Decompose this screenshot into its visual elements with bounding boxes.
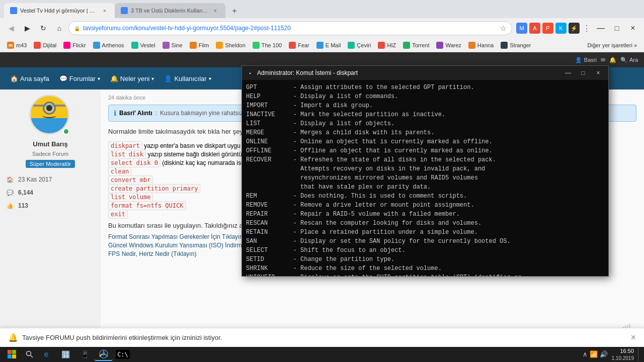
bell-icon: 🔔 [609,57,616,63]
cmd-line-4: INACTIVE - Mark the selected partition a… [246,110,604,119]
cmd-line-17: RETAIN - Place a retained partition unde… [246,228,604,237]
back-button[interactable]: ◀ [4,21,18,35]
home-button[interactable]: ⌂ [52,21,66,35]
bookmark-the100[interactable]: The 100 [250,41,285,50]
bookmark-sheldon[interactable]: Sheldon [213,41,248,50]
close-window-button[interactable]: × [626,23,640,34]
taskbar-search-button[interactable] [23,348,36,361]
calculator-icon: 🔢 [61,350,70,358]
cmd-minimize-button[interactable]: — [562,68,574,78]
pupil [46,105,52,111]
bookmark-sine[interactable]: Sine [159,41,186,50]
refresh-button[interactable]: ↻ [36,21,50,35]
tab-close-2[interactable]: × [211,7,219,15]
cmd-content-area[interactable]: GPT - Assign attributes to the selected … [242,80,608,276]
user-icon: 👤 [575,57,582,63]
bookmark-email[interactable]: E Mail [313,41,344,50]
bookmark-label-m43: m43 [16,42,27,48]
mail-icon-area[interactable]: ✉ [601,57,605,63]
author-role: Sadece Forum [32,151,68,157]
clean-code: clean [108,167,131,176]
taskbar-app-calculator[interactable]: 🔢 [56,348,74,361]
bookmark-favicon-m43: m [7,42,14,49]
tray-up-icon[interactable]: ∧ [583,350,588,358]
bookmark-hiz[interactable]: HIZ [375,41,399,50]
bell-icon-area[interactable]: 🔔 [609,57,616,63]
taskbar-app-ie[interactable]: e [37,348,55,361]
svg-rect-2 [8,354,12,358]
address-bar[interactable]: 🔒 tavsiyeforumu.com/konu/vestel-tv-hdd-y… [68,21,512,35]
svg-point-4 [27,351,31,356]
tray-network-icon[interactable]: 📶 [590,350,598,358]
bookmark-favicon-torrent [403,42,410,49]
bookmark-vestel[interactable]: Vestel [128,41,158,50]
taskbar-app-cmd[interactable]: C:\ [114,348,132,361]
nav-home[interactable]: 🏠 Ana sayfa [10,75,49,82]
bookmark-star-icon[interactable]: ☆ [500,24,507,32]
svg-rect-0 [8,350,12,354]
whats-new-chevron-icon: ▾ [151,76,154,81]
ext-icon-3[interactable]: P [542,23,553,34]
bookmark-arthenos[interactable]: Arthenos [90,41,127,50]
tray-volume-icon[interactable]: 🔊 [600,350,608,358]
tab-active[interactable]: Vestel Tv Hdd yi görmüyor | Say... × [4,3,115,18]
bookmark-diger[interactable]: Diğer yer işaretleri » [585,41,640,49]
bookmark-favicon-stranger [501,42,508,49]
convert-mbr-code: convert mbr [108,175,153,185]
cmd-close-button[interactable]: × [592,68,604,78]
quote-text: : [155,110,157,117]
overflow-menu[interactable]: ⋮ [582,23,592,33]
taskbar-app-chrome[interactable] [95,348,113,361]
bookmark-fear[interactable]: Fear [286,41,312,50]
tab-close-1[interactable]: × [101,7,109,15]
cmd-maximize-button[interactable]: □ [577,68,589,78]
svg-rect-3 [12,354,16,358]
bookmark-m43[interactable]: m m43 [4,41,30,50]
notification-close-button[interactable]: × [630,332,636,343]
exit-code: exit [108,210,128,219]
search-area[interactable]: 🔍 Ara [620,57,638,63]
ext-icon-4[interactable]: K [555,23,567,34]
bookmark-torrent[interactable]: Torrent [400,41,432,50]
minion-body [31,118,68,133]
minimize-button[interactable]: — [594,23,608,34]
show-desktop-button[interactable] [638,348,642,361]
bookmark-flickr[interactable]: Flickr [60,41,89,50]
join-date-row: 🏠 23 Kas 2017 [5,173,96,186]
bookmark-film[interactable]: Film [187,41,212,50]
nav-whats-new[interactable]: 🔔 Neler yeni ▾ [110,75,154,82]
cmd-line-6: MERGE - Merges a child disk with its par… [246,128,604,137]
ext-icon-2[interactable]: A [529,23,540,34]
bookmark-ceviri[interactable]: Çeviri [345,41,374,50]
bookmark-dijital[interactable]: Dijital [31,41,59,50]
nav-forums[interactable]: 💬 Forumlar ▾ [59,75,100,82]
tab-inactive[interactable]: 3 TB ve Üstü Disklerin Kullanımı... × [115,3,225,18]
bookmark-warez[interactable]: Warez [433,41,464,50]
nav-users[interactable]: 👤 Kullanıcılar ▾ [164,75,211,82]
quote-author: Basri' Alıntı [119,110,152,117]
cmd-line-10: Attempts recovery on disks in the invali… [246,164,604,173]
list-volume-code: list volume [108,193,153,202]
maximize-button[interactable]: □ [610,23,624,34]
ext-icon-5[interactable]: ⚡ [569,23,580,34]
bookmark-label-vestel: Vestel [140,42,155,48]
tab-favicon-1 [10,7,17,14]
bookmark-label-sine: Sine [172,42,183,48]
user-area[interactable]: 👤 Basri [575,57,597,63]
avatar [29,95,69,135]
cmd-line-3: IMPORT - Import a disk group. [246,101,604,110]
forward-button[interactable]: ▶ [20,21,34,35]
ext-icon-1[interactable]: M [516,23,527,34]
forums-icon: 💬 [59,75,67,82]
clock[interactable]: 16:50 1.10.2019 [612,347,634,361]
start-button[interactable] [2,348,22,361]
author-info: Umut Barış Sadece Forum Süper Moderatör [5,95,96,168]
new-tab-button[interactable]: + [227,4,242,18]
cmd-icon-symbol: ▪ [249,70,251,76]
taskbar-app-whatsapp[interactable]: 📱 [75,348,94,361]
bookmark-hanna[interactable]: Hanna [465,41,497,50]
bookmark-stranger[interactable]: Stranger [498,41,534,50]
online-indicator [63,128,69,135]
cmd-line-1: GPT - Assign attributes to the selected … [246,83,604,92]
cmd-line-12: that have stale plex or parity data. [246,183,604,192]
